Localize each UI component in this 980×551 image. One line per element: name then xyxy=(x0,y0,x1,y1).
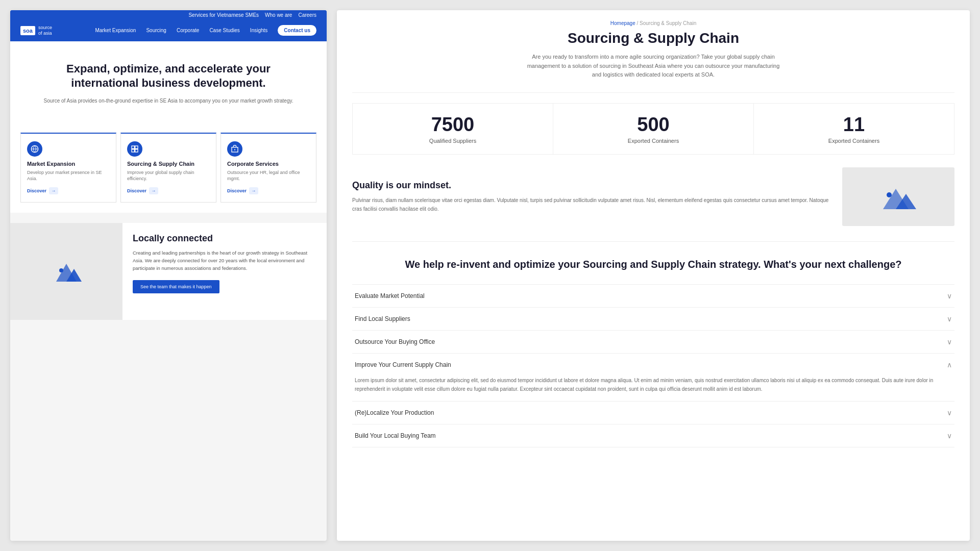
accordion-item-outsource: Outsource Your Buying Office ∨ xyxy=(352,331,954,354)
card-desc-2: Outsource your HR, legal and office mgmt… xyxy=(227,169,310,182)
accordion-label-build: Build Your Local Buying Team xyxy=(355,432,436,439)
service-card-corporate: Corporate Services Outsource your HR, le… xyxy=(220,133,316,203)
quality-image xyxy=(842,167,954,226)
accordion-label-relocalize: (Re)Localize Your Production xyxy=(355,409,434,416)
corporate-icon xyxy=(227,141,242,157)
accordion-label-outsource: Outsource Your Buying Office xyxy=(355,338,435,345)
svg-rect-2 xyxy=(135,146,138,148)
quality-desc: Pulvinar risus, diam nullam scelerisque … xyxy=(352,196,832,213)
quality-title: Quality is our mindset. xyxy=(352,180,832,191)
breadcrumb-home[interactable]: Homepage xyxy=(610,20,635,26)
service-card-sourcing: Sourcing & Supply Chain Improve your glo… xyxy=(120,133,216,203)
nav-corporate[interactable]: Corporate xyxy=(177,28,199,33)
accordion-header-evaluate[interactable]: Evaluate Market Potential ∨ xyxy=(352,285,954,307)
logo-text: source of asia xyxy=(38,25,52,36)
page-description: Are you ready to transform into a more a… xyxy=(526,53,781,80)
breadcrumb-separator: / xyxy=(636,20,638,26)
accordion-label-evaluate: Evaluate Market Potential xyxy=(355,292,425,299)
navbar: Services for Vietnamese SMEs Who we are … xyxy=(10,10,327,41)
locally-connected-section: Locally connected Creating and leading p… xyxy=(10,223,327,320)
discover-link-2[interactable]: Discover → xyxy=(227,187,310,194)
chevron-down-icon-relocalize: ∨ xyxy=(947,409,952,417)
stat-item-0: 7500 Qualified Suppliers xyxy=(353,104,553,154)
discover-arrow-0: → xyxy=(49,187,58,194)
contact-button[interactable]: Contact us xyxy=(278,25,316,36)
lc-desc: Creating and leading partnerships is the… xyxy=(133,249,316,272)
chevron-down-icon-build: ∨ xyxy=(947,432,952,440)
hero-section: Expand, optimize, and accelerate your in… xyxy=(10,41,327,133)
accordion-label-improve: Improve Your Current Supply Chain xyxy=(355,361,451,368)
nav-case-studies[interactable]: Case Studies xyxy=(209,28,239,33)
accordion-item-find: Find Local Suppliers ∨ xyxy=(352,308,954,331)
careers-link[interactable]: Careers xyxy=(298,12,316,18)
optimize-section: We help re-invent and optimize your Sour… xyxy=(352,257,954,271)
nav-market-expansion[interactable]: Market Expansion xyxy=(95,28,136,33)
discover-link-1[interactable]: Discover → xyxy=(127,187,210,194)
quality-section: Quality is our mindset. Pulvinar risus, … xyxy=(352,167,954,242)
logo-box: soa xyxy=(20,26,35,35)
accordion-header-outsource[interactable]: Outsource Your Buying Office ∨ xyxy=(352,331,954,353)
service-cards: Market Expansion Develop your market pre… xyxy=(10,133,327,213)
svg-rect-3 xyxy=(132,149,134,152)
nav-insights[interactable]: Insights xyxy=(250,28,267,33)
lc-title: Locally connected xyxy=(133,233,316,244)
quality-content: Quality is our mindset. Pulvinar risus, … xyxy=(352,180,832,213)
nav-sourcing[interactable]: Sourcing xyxy=(146,28,166,33)
accordion-label-find: Find Local Suppliers xyxy=(355,315,410,322)
stat-label-0: Qualified Suppliers xyxy=(363,138,543,144)
lc-button[interactable]: See the team that makes it happen xyxy=(133,280,219,293)
service-card-market-expansion: Market Expansion Develop your market pre… xyxy=(20,133,116,203)
stat-number-2: 11 xyxy=(764,114,944,136)
stat-number-0: 7500 xyxy=(363,114,543,136)
card-title-1: Sourcing & Supply Chain xyxy=(127,161,210,167)
logo: soa source of asia xyxy=(20,25,52,36)
optimize-title: We help re-invent and optimize your Sour… xyxy=(352,257,954,271)
accordion-header-relocalize[interactable]: (Re)Localize Your Production ∨ xyxy=(352,402,954,424)
chevron-up-icon-improve: ∧ xyxy=(947,361,952,369)
accordion-item-evaluate: Evaluate Market Potential ∨ xyxy=(352,285,954,308)
page-title-section: Sourcing & Supply Chain Are you ready to… xyxy=(352,30,954,93)
accordion-body-improve: Lorem ipsum dolor sit amet, consectetur … xyxy=(352,376,954,401)
stat-number-1: 500 xyxy=(564,114,743,136)
stat-label-2: Exported Containers xyxy=(764,138,944,144)
chevron-down-icon-evaluate: ∨ xyxy=(947,292,952,300)
navbar-top: Services for Vietnamese SMEs Who we are … xyxy=(10,10,327,20)
breadcrumb-current: Sourcing & Supply Chain xyxy=(640,20,696,26)
accordion-header-find[interactable]: Find Local Suppliers ∨ xyxy=(352,308,954,330)
stats-section: 7500 Qualified Suppliers 500 Exported Co… xyxy=(352,103,954,155)
card-title-0: Market Expansion xyxy=(27,161,110,167)
accordion-item-relocalize: (Re)Localize Your Production ∨ xyxy=(352,402,954,424)
locally-connected-content: Locally connected Creating and leading p… xyxy=(122,223,327,320)
accordion-item-improve: Improve Your Current Supply Chain ∧ Lore… xyxy=(352,354,954,402)
navbar-main: soa source of asia Market Expansion Sour… xyxy=(10,20,327,41)
stat-item-2: 11 Exported Containers xyxy=(754,104,954,154)
svg-rect-1 xyxy=(132,146,134,148)
card-desc-0: Develop your market presence in SE Asia. xyxy=(27,169,110,182)
services-sme-link[interactable]: Services for Vietnamese SMEs xyxy=(188,12,259,18)
discover-arrow-1: → xyxy=(149,187,158,194)
who-we-are-link[interactable]: Who we are xyxy=(265,12,292,18)
screenshot-container: Services for Vietnamese SMEs Who we are … xyxy=(0,0,980,551)
chevron-down-icon-outsource: ∨ xyxy=(947,338,952,346)
accordion-header-improve[interactable]: Improve Your Current Supply Chain ∧ xyxy=(352,354,954,376)
discover-link-0[interactable]: Discover → xyxy=(27,187,110,194)
accordion-header-build[interactable]: Build Your Local Buying Team ∨ xyxy=(352,424,954,447)
right-panel: Homepage / Sourcing & Supply Chain Sourc… xyxy=(337,10,970,541)
card-title-2: Corporate Services xyxy=(227,161,310,167)
accordion: Evaluate Market Potential ∨ Find Local S… xyxy=(352,284,954,447)
market-expansion-icon xyxy=(27,141,42,157)
svg-point-12 xyxy=(887,192,892,197)
locally-connected-image xyxy=(10,223,122,320)
sourcing-icon xyxy=(127,141,142,157)
hero-title: Expand, optimize, and accelerate your in… xyxy=(41,62,296,91)
stat-label-1: Exported Containers xyxy=(564,138,743,144)
card-desc-1: Improve your global supply chain efficie… xyxy=(127,169,210,182)
accordion-item-build: Build Your Local Buying Team ∨ xyxy=(352,424,954,447)
svg-point-9 xyxy=(59,268,63,272)
nav-links: Market Expansion Sourcing Corporate Case… xyxy=(95,25,316,36)
discover-arrow-2: → xyxy=(249,187,258,194)
chevron-down-icon-find: ∨ xyxy=(947,315,952,323)
left-panel: Services for Vietnamese SMEs Who we are … xyxy=(10,10,327,541)
stat-item-1: 500 Exported Containers xyxy=(553,104,754,154)
page-title: Sourcing & Supply Chain xyxy=(352,30,954,46)
